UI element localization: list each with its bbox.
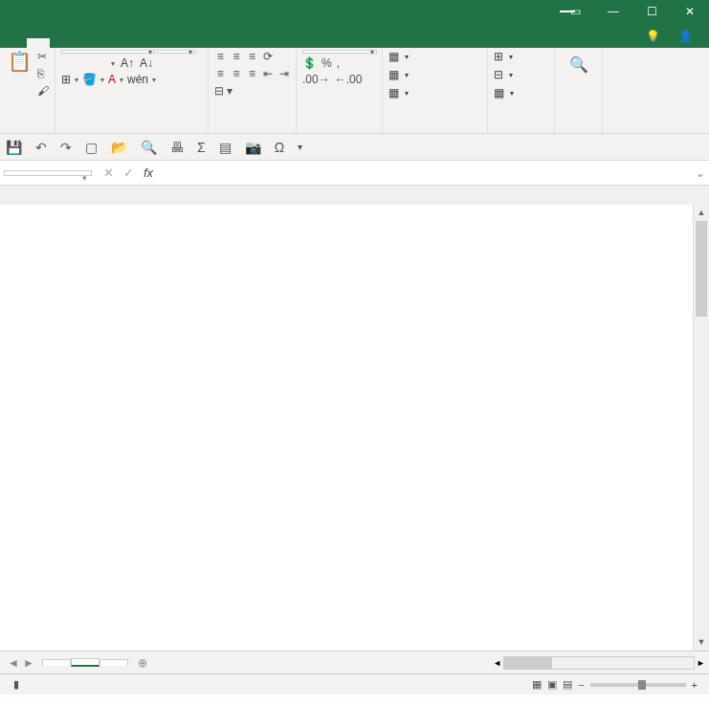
wrap-text-button[interactable] — [277, 50, 290, 63]
normal-view-icon[interactable]: ▦ — [532, 678, 542, 691]
cell-styles-icon: ▦ — [388, 86, 399, 99]
merge-button[interactable]: ⊟ ▾ — [214, 84, 233, 98]
undo-icon[interactable]: ↶ — [35, 140, 47, 155]
sheet-nav-last-icon[interactable]: ► — [23, 656, 34, 670]
format-cells-button[interactable]: ▦▾ — [494, 86, 548, 99]
tab-formula[interactable] — [96, 38, 119, 48]
form-icon[interactable]: ▤ — [219, 140, 232, 155]
sheet-nav-first-icon[interactable]: ◄ — [8, 656, 19, 670]
redo-icon[interactable]: ↷ — [60, 140, 72, 155]
tab-home[interactable] — [27, 38, 50, 48]
print-icon[interactable]: 🖶 — [170, 140, 184, 155]
close-icon[interactable]: ✕ — [671, 0, 709, 23]
preview-icon[interactable]: 🔍 — [141, 140, 157, 155]
zoom-out-icon[interactable]: − — [578, 679, 584, 691]
name-box[interactable] — [4, 170, 92, 176]
indent-increase-icon[interactable]: ⇥ — [277, 67, 290, 80]
maximize-icon[interactable]: ☐ — [632, 0, 671, 23]
font-color-button[interactable]: A — [108, 73, 125, 86]
currency-icon[interactable]: 💲 — [302, 56, 317, 70]
indent-decrease-icon[interactable]: ⇤ — [262, 67, 275, 80]
decrease-font-icon[interactable]: A↓ — [138, 56, 155, 70]
open-icon[interactable]: 📂 — [111, 140, 127, 155]
table-format-button[interactable]: ▦▾ — [388, 68, 481, 81]
number-format-select[interactable] — [302, 50, 377, 54]
minimize-icon[interactable]: — — [594, 0, 632, 23]
align-center-icon[interactable]: ≡ — [231, 67, 243, 80]
percent-icon[interactable]: % — [321, 56, 332, 70]
cancel-formula-icon[interactable]: ✕ — [103, 165, 114, 180]
formula-bar: ✕ ✓ fx ⌄ — [0, 161, 709, 186]
tab-layout[interactable] — [73, 38, 96, 48]
symbol-icon[interactable]: Ω — [275, 140, 284, 155]
add-sheet-button[interactable]: ⊕ — [128, 656, 157, 670]
macro-record-icon[interactable]: ▮ — [13, 678, 19, 691]
group-edit: 🔍 — [555, 48, 603, 133]
align-bottom-icon[interactable]: ≡ — [246, 50, 258, 63]
expand-formula-icon[interactable]: ⌄ — [692, 166, 709, 180]
vertical-scrollbar[interactable]: ▲ ▼ — [693, 205, 709, 651]
border-button[interactable]: ⊞ — [61, 73, 80, 86]
align-left-icon[interactable]: ≡ — [214, 67, 227, 80]
ribbon-options-icon[interactable]: ▭ — [556, 0, 594, 23]
sheet-tab-1[interactable] — [42, 659, 71, 666]
find-icon[interactable]: 🔍 — [569, 55, 588, 74]
new-icon[interactable]: ▢ — [85, 140, 98, 155]
cell-styles-button[interactable]: ▦▾ — [388, 86, 481, 99]
spreadsheet-grid[interactable]: ▲ ▼ — [0, 186, 709, 651]
tab-view[interactable] — [165, 38, 188, 48]
tab-insert[interactable] — [50, 38, 73, 48]
increase-font-icon[interactable]: A↑ — [119, 56, 136, 70]
save-icon[interactable]: 💾 — [6, 140, 22, 155]
horizontal-scrollbar[interactable] — [503, 656, 695, 670]
paste-button[interactable]: 📋 — [6, 50, 33, 120]
sheet-tab-2[interactable] — [100, 659, 128, 666]
tell-me-button[interactable]: 💡 — [638, 25, 671, 48]
tab-review[interactable] — [142, 38, 165, 48]
zoom-slider[interactable] — [590, 683, 686, 687]
increase-decimal-icon[interactable]: .00→ — [302, 73, 330, 86]
sheet-tab-3[interactable] — [71, 658, 100, 667]
tab-file[interactable] — [4, 38, 27, 48]
scroll-down-icon[interactable]: ▼ — [694, 634, 709, 651]
zoom-in-icon[interactable]: + — [692, 679, 698, 691]
camera-icon[interactable]: 📷 — [245, 140, 261, 155]
font-size-select[interactable] — [157, 50, 195, 54]
cut-icon[interactable]: ✂ — [37, 50, 49, 63]
table-format-icon: ▦ — [388, 68, 399, 81]
paste-icon: 📋 — [6, 50, 33, 73]
sum-icon[interactable]: Σ — [197, 140, 206, 155]
align-right-icon[interactable]: ≡ — [246, 67, 258, 80]
hscroll-thumb[interactable] — [504, 657, 552, 669]
scroll-thumb[interactable] — [696, 221, 707, 317]
confirm-formula-icon[interactable]: ✓ — [123, 165, 134, 180]
formula-input[interactable] — [161, 171, 692, 175]
copy-icon[interactable]: ⎘ — [37, 67, 49, 80]
tab-dev[interactable] — [188, 38, 210, 48]
font-name-select[interactable] — [61, 50, 155, 54]
fx-icon[interactable]: fx — [144, 165, 153, 180]
align-top-icon[interactable]: ≡ — [214, 50, 227, 63]
orientation-icon[interactable]: ⟳ — [262, 50, 275, 63]
decrease-decimal-icon[interactable]: ←.00 — [335, 73, 363, 86]
page-break-icon[interactable]: ▤ — [563, 678, 572, 691]
scroll-up-icon[interactable]: ▲ — [694, 205, 709, 221]
status-bar: ▮ ▦ ▣ ▤ − + — [0, 673, 709, 695]
fill-color-button[interactable]: 🪣 — [82, 73, 106, 86]
align-middle-icon[interactable]: ≡ — [231, 50, 243, 63]
delete-cells-button[interactable]: ⊟▾ — [494, 68, 548, 81]
insert-icon: ⊞ — [494, 50, 503, 63]
hscroll-right-icon[interactable]: ► — [697, 658, 705, 668]
phonetic-button[interactable]: wén — [127, 73, 158, 86]
share-button[interactable]: 👤 — [671, 25, 703, 48]
format-painter-icon[interactable]: 🖌 — [37, 84, 49, 98]
comma-icon[interactable]: , — [337, 56, 340, 70]
format-icon: ▦ — [494, 86, 504, 99]
tab-data[interactable] — [119, 38, 142, 48]
tab-help[interactable] — [210, 38, 233, 48]
hscroll-left-icon[interactable]: ◄ — [493, 658, 501, 668]
conditional-format-button[interactable]: ▦▾ — [388, 50, 481, 63]
page-layout-icon[interactable]: ▣ — [547, 678, 557, 691]
insert-cells-button[interactable]: ⊞▾ — [494, 50, 548, 63]
qat-more-icon[interactable]: ▾ — [298, 142, 302, 152]
